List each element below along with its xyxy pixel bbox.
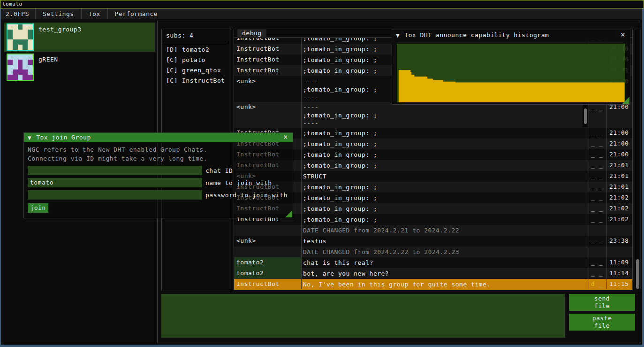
- status-flag: _: [591, 270, 595, 277]
- avatar-pixel: [8, 24, 13, 30]
- member-potato[interactable]: [C]potato: [166, 54, 230, 65]
- tab-debug[interactable]: debug: [237, 29, 266, 38]
- message-status: __: [591, 183, 607, 190]
- chat-message-row: InstructBot;tomato_in_group: ;__21:00: [234, 139, 632, 149]
- member-separator: [165, 42, 228, 42]
- avatar-pixel: [18, 54, 23, 60]
- message-status: __: [591, 270, 607, 277]
- message-scrollbar[interactable]: [583, 102, 588, 127]
- avatar-pixel: [18, 24, 23, 30]
- message-status: __: [591, 237, 607, 244]
- avatar-pixel: [8, 30, 13, 35]
- member-InstructBot[interactable]: [C]InstructBot: [166, 75, 230, 85]
- message-sender: tomato2: [234, 268, 301, 279]
- menu-item-tox[interactable]: Tox: [82, 8, 107, 19]
- member-name: tomato2: [182, 46, 209, 53]
- label-name-to-join-with: name to join with: [205, 179, 272, 186]
- dht-histogram-window: ▼Tox DHT announce capability histogram ×: [392, 30, 630, 105]
- message-text: ;tomato_in_group: ;: [303, 194, 582, 202]
- member-count-header: subs: 4: [166, 32, 231, 39]
- avatar-pixel: [23, 30, 28, 35]
- message-time: 23:38: [609, 237, 629, 244]
- resize-grip[interactable]: [622, 97, 629, 104]
- close-icon[interactable]: ×: [619, 30, 627, 40]
- avatar-pixel: [18, 60, 23, 65]
- chat-message-row: <unk>STRUCT__21:01: [234, 171, 632, 182]
- group-name: gREEN: [38, 56, 58, 63]
- chat-message-row: InstructBot;tomato_in_group: ;__21:01: [234, 182, 632, 193]
- status-flag: _: [591, 129, 595, 136]
- message-sender: InstructBot: [234, 65, 301, 76]
- message-time: 11:15: [609, 280, 629, 287]
- paste-file-button[interactable]: paste file: [569, 314, 635, 331]
- input-chat-id[interactable]: [28, 166, 202, 175]
- message-status: __: [591, 216, 607, 223]
- avatar-pixel: [23, 75, 28, 80]
- avatar-pixel: [13, 30, 18, 35]
- message-text: ;tomato_in_group: ;: [303, 151, 582, 159]
- message-sender: InstructBot: [234, 38, 301, 44]
- message-text: ;tomato_in_group: ;: [303, 183, 582, 191]
- dht-histogram-plot: [397, 44, 625, 102]
- message-time: 21:00: [609, 151, 629, 158]
- message-status: __: [591, 151, 607, 158]
- input-password-to-join-with[interactable]: [28, 190, 202, 200]
- message-sender: <unk>: [234, 236, 301, 247]
- message-time: 11:09: [609, 259, 629, 266]
- status-flag: _: [591, 140, 595, 147]
- message-scrollbar-handle[interactable]: [584, 108, 587, 124]
- message-sender: <unk>: [234, 76, 301, 102]
- resize-grip[interactable]: [285, 210, 292, 217]
- avatar-pixel: [13, 39, 18, 45]
- sidebar-group-test_group3[interactable]: test_group3: [4, 23, 155, 52]
- chat-message-row: InstructBot;tomato_in_group: ;__21:02: [234, 193, 632, 203]
- message-text: ;tomato_in_group: ;: [303, 140, 582, 148]
- send-file-button[interactable]: send file: [569, 294, 635, 311]
- column-separator: [301, 38, 302, 289]
- chat-message-row: <unk>---- ;tomato_in_group: ; ----__21:0…: [234, 102, 632, 128]
- message-sender: <unk>: [234, 102, 301, 128]
- message-status: __: [591, 259, 607, 266]
- menu-bar: 2.0FPSSettingsToxPerformance: [1, 8, 642, 19]
- histogram-series: [399, 70, 625, 102]
- avatar-pixel: [18, 75, 23, 80]
- message-input[interactable]: [161, 294, 565, 338]
- avatar-pixel: [8, 60, 13, 65]
- join-field-row: password to join with: [28, 190, 288, 200]
- collapse-arrow-icon[interactable]: ▼: [396, 31, 400, 41]
- message-text: chat is this real?: [303, 259, 582, 267]
- date-changed-row: DATE CHANGED from 2024.2.22 to 2024.2.23: [234, 247, 632, 257]
- avatar-pixel: [18, 69, 23, 75]
- sidebar-group-gREEN[interactable]: gREEN: [4, 53, 155, 82]
- close-icon[interactable]: ×: [282, 133, 289, 142]
- message-time: 21:02: [609, 216, 629, 223]
- join-button[interactable]: join: [28, 203, 48, 213]
- label-password-to-join-with: password to join with: [205, 192, 288, 199]
- avatar-pixel: [8, 69, 13, 75]
- avatar-pixel: [28, 65, 33, 70]
- join-group-titlebar[interactable]: ▼Tox join Group ×: [24, 133, 293, 142]
- message-sender: InstructBot: [234, 279, 301, 290]
- avatar-pixel: [8, 65, 13, 70]
- status-flag: _: [599, 280, 603, 287]
- chat-message-row: InstructBotNo, I've been in this group f…: [234, 279, 632, 290]
- dht-histogram-titlebar[interactable]: ▼Tox DHT announce capability histogram ×: [392, 30, 630, 40]
- chat-message-row: tomato2bot, are you new here?__11:14: [234, 268, 632, 279]
- menu-item-performance[interactable]: Performance: [108, 8, 165, 19]
- menu-item-settings[interactable]: Settings: [36, 8, 81, 19]
- input-name-to-join-with[interactable]: tomato: [28, 178, 202, 187]
- chat-scrollbar-handle[interactable]: [636, 259, 639, 289]
- status-flag: _: [599, 162, 603, 169]
- status-flag: _: [599, 270, 603, 277]
- avatar-pixel: [28, 30, 33, 35]
- avatar-pixel: [28, 24, 33, 30]
- chat-scrollbar[interactable]: [635, 29, 641, 290]
- message-status: __: [591, 172, 607, 179]
- member-tomato2[interactable]: [D]tomato2: [166, 44, 230, 54]
- member-green_qtox[interactable]: [C]green_qtox: [166, 65, 230, 75]
- avatar-pixel: [13, 75, 18, 80]
- collapse-arrow-icon[interactable]: ▼: [28, 133, 31, 143]
- avatar-pixel: [23, 54, 28, 60]
- avatar-pixel: [8, 54, 13, 60]
- avatar-pixel: [18, 65, 23, 70]
